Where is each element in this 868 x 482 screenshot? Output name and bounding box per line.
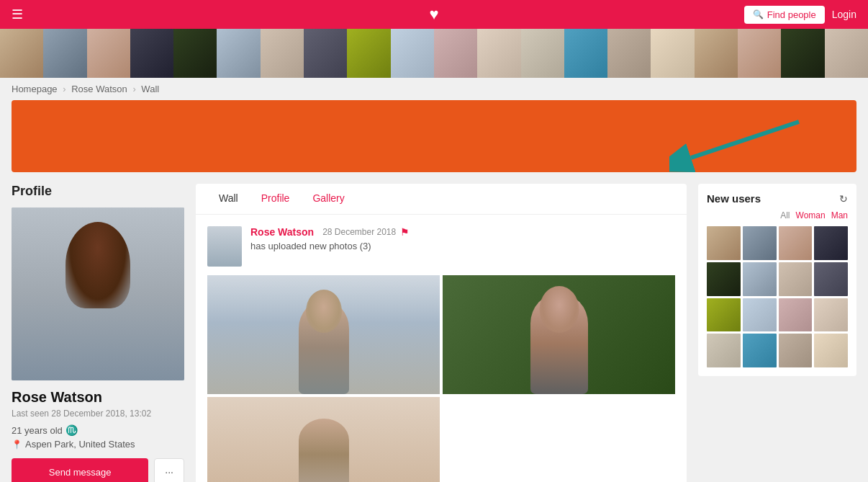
header-center: ♥ xyxy=(429,5,438,24)
profile-photo xyxy=(12,207,184,380)
age-text: 21 years old xyxy=(12,425,63,436)
new-user-thumb-3[interactable] xyxy=(779,226,813,260)
find-people-label: Find people xyxy=(767,9,816,20)
strip-avatar-15[interactable] xyxy=(607,29,651,78)
location-icon: 📍 xyxy=(12,439,22,450)
strip-avatar-13[interactable] xyxy=(521,29,564,78)
post-header-line: Rose Watson 28 December 2018 ⚑ xyxy=(250,226,675,238)
center-content: Wall Profile Gallery Rose Watson 28 Dece… xyxy=(196,184,687,482)
post-user-name[interactable]: Rose Watson xyxy=(250,226,314,238)
new-user-thumb-9[interactable] xyxy=(707,298,741,332)
strip-avatar-10[interactable] xyxy=(391,29,434,78)
new-user-thumb-12[interactable] xyxy=(814,298,848,332)
banner xyxy=(12,100,856,172)
more-button[interactable]: ··· xyxy=(154,458,184,482)
photo-1[interactable] xyxy=(207,275,440,394)
profile-section-title: Profile xyxy=(12,184,184,199)
find-people-button[interactable]: 🔍 Find people xyxy=(744,6,825,24)
tab-wall[interactable]: Wall xyxy=(207,184,250,214)
tabs: Wall Profile Gallery xyxy=(196,184,687,215)
heart-icon: ♥ xyxy=(429,5,438,23)
tab-profile[interactable]: Profile xyxy=(250,184,302,214)
filter-man[interactable]: Man xyxy=(831,210,848,220)
send-message-button[interactable]: Send message xyxy=(12,458,148,482)
hamburger-icon[interactable]: ☰ xyxy=(12,6,23,22)
profile-strip xyxy=(0,29,868,78)
strip-avatar-12[interactable] xyxy=(477,29,520,78)
post-info: Rose Watson 28 December 2018 ⚑ has uploa… xyxy=(250,226,675,251)
strip-avatar-2[interactable] xyxy=(43,29,86,78)
login-button[interactable]: Login xyxy=(832,9,856,20)
new-user-thumb-2[interactable] xyxy=(743,226,777,260)
new-user-thumb-5[interactable] xyxy=(707,262,741,296)
new-user-thumb-4[interactable] xyxy=(814,226,848,260)
user-age: 21 years old ♏ xyxy=(12,424,184,436)
photo-grid xyxy=(207,275,675,482)
strip-avatar-5[interactable] xyxy=(173,29,217,78)
location-text: Aspen Park, United States xyxy=(25,439,135,450)
user-location: 📍 Aspen Park, United States xyxy=(12,439,184,450)
breadcrumb-homepage[interactable]: Homepage xyxy=(12,84,58,94)
new-user-thumb-11[interactable] xyxy=(779,298,813,332)
strip-avatar-6[interactable] xyxy=(217,29,260,78)
action-buttons: Send message ··· xyxy=(12,458,184,482)
strip-avatar-11[interactable] xyxy=(434,29,477,78)
strip-avatar-9[interactable] xyxy=(347,29,390,78)
breadcrumb-current: Wall xyxy=(141,84,159,94)
header-right: 🔍 Find people Login xyxy=(744,6,856,24)
user-name: Rose Watson xyxy=(12,389,184,406)
new-user-thumb-7[interactable] xyxy=(779,262,813,296)
new-user-thumb-6[interactable] xyxy=(743,262,777,296)
post: Rose Watson 28 December 2018 ⚑ has uploa… xyxy=(196,215,687,482)
post-date: 28 December 2018 xyxy=(322,227,396,237)
header-left: ☰ xyxy=(12,6,23,22)
strip-avatar-8[interactable] xyxy=(304,29,347,78)
new-user-thumb-8[interactable] xyxy=(814,262,848,296)
tab-gallery[interactable]: Gallery xyxy=(301,184,356,214)
strip-avatar-1[interactable] xyxy=(0,29,43,78)
strip-avatar-4[interactable] xyxy=(130,29,173,78)
strip-avatar-16[interactable] xyxy=(651,29,694,78)
breadcrumb-sep-1: › xyxy=(63,84,65,94)
filter-all[interactable]: All xyxy=(780,210,790,220)
strip-avatar-17[interactable] xyxy=(695,29,738,78)
strip-avatar-19[interactable] xyxy=(781,29,824,78)
breadcrumb-user[interactable]: Rose Watson xyxy=(71,84,127,94)
post-avatar-image xyxy=(207,226,242,267)
profile-photo-image xyxy=(12,207,184,380)
search-icon: 🔍 xyxy=(753,9,764,19)
new-user-thumb-13[interactable] xyxy=(707,334,741,367)
post-header: Rose Watson 28 December 2018 ⚑ has uploa… xyxy=(207,226,675,267)
users-grid xyxy=(707,226,848,367)
strip-avatar-7[interactable] xyxy=(261,29,304,78)
strip-avatar-3[interactable] xyxy=(87,29,130,78)
left-sidebar: Profile Rose Watson Last seen 28 Decembe… xyxy=(12,184,184,482)
header: ☰ ♥ 🔍 Find people Login xyxy=(0,0,868,29)
last-seen: Last seen 28 December 2018, 13:02 xyxy=(12,409,184,419)
new-users-header: New users ↻ xyxy=(707,192,848,205)
new-user-thumb-10[interactable] xyxy=(743,298,777,332)
new-users-panel: New users ↻ All Woman Man xyxy=(698,184,856,376)
main-layout: Profile Rose Watson Last seen 28 Decembe… xyxy=(0,184,868,482)
new-user-thumb-15[interactable] xyxy=(779,334,813,367)
new-user-thumb-14[interactable] xyxy=(743,334,777,367)
photo-3[interactable] xyxy=(207,397,440,482)
flag-icon[interactable]: ⚑ xyxy=(400,226,410,238)
filter-woman[interactable]: Woman xyxy=(796,210,826,220)
new-user-thumb-1[interactable] xyxy=(707,226,741,260)
post-avatar[interactable] xyxy=(207,226,242,267)
filter-links: All Woman Man xyxy=(707,210,848,220)
strip-avatar-18[interactable] xyxy=(738,29,781,78)
breadcrumb: Homepage › Rose Watson › Wall xyxy=(0,78,868,100)
right-sidebar: New users ↻ All Woman Man xyxy=(698,184,856,482)
new-user-thumb-16[interactable] xyxy=(814,334,848,367)
new-users-title: New users xyxy=(707,192,761,205)
post-text: has uploaded new photos (3) xyxy=(250,241,675,251)
strip-avatar-14[interactable] xyxy=(564,29,607,78)
svg-line-1 xyxy=(691,122,799,158)
strip-avatar-20[interactable] xyxy=(825,29,868,78)
photo-2[interactable] xyxy=(443,275,675,394)
zodiac-sign: ♏ xyxy=(65,424,78,436)
breadcrumb-sep-2: › xyxy=(132,84,135,94)
refresh-icon[interactable]: ↻ xyxy=(839,193,848,205)
